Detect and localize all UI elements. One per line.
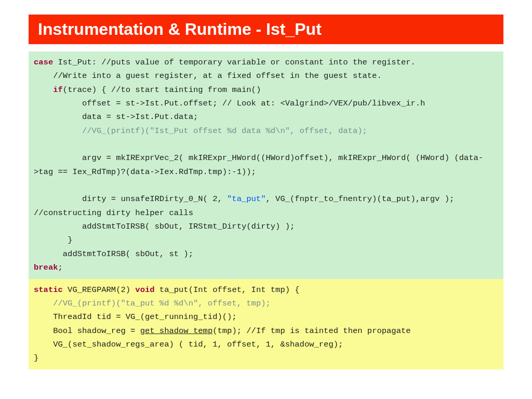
code-text: addStmtToIRSB( sbOut, st ); — [34, 249, 193, 259]
code-text: ThreadId tid = VG_(get_running_tid)(); — [34, 312, 237, 322]
slide: Instrumentation & Runtime - Ist_Put case… — [0, 0, 532, 369]
keyword-case: case — [34, 58, 53, 67]
code-text: VG_REGPARM(2) — [63, 285, 136, 295]
keyword-static: static — [34, 285, 63, 295]
keyword-void: void — [135, 285, 154, 295]
code-block-top: case Ist_Put: //puts value of temporary … — [29, 51, 503, 279]
code-string: "ta_put" — [227, 194, 265, 204]
code-text: //Write into a guest register, at a fixe… — [34, 71, 382, 81]
code-comment: //VG_(printf)("Ist_Put offset %d data %d… — [34, 126, 367, 136]
keyword-break: break — [34, 263, 58, 272]
code-text: } — [34, 353, 38, 363]
keyword-if: if — [34, 85, 63, 95]
slide-title: Instrumentation & Runtime - Ist_Put — [29, 15, 503, 44]
code-text: Ist_Put: //puts value of temporary varia… — [53, 58, 416, 67]
code-text: (trace) { //to start tainting from main(… — [63, 85, 261, 95]
code-text: } — [34, 235, 72, 245]
code-text: (tmp); //If tmp is tainted then propagat… — [212, 326, 410, 336]
code-text: ; — [58, 263, 63, 272]
code-text: dirty = unsafeIRDirty_0_N( 2, — [34, 194, 227, 204]
code-text: addStmtToIRSB( sbOut, IRStmt_Dirty(dirty… — [34, 222, 295, 231]
code-text: argv = mkIRExprVec_2( mkIRExpr_HWord((HW… — [34, 153, 483, 176]
code-text: ta_put(Int offset, Int tmp) { — [155, 285, 300, 295]
code-text: data = st->Ist.Put.data; — [34, 112, 198, 122]
code-text: offset = st->Ist.Put.offset; // Look at:… — [34, 99, 425, 108]
code-block-bottom: static VG_REGPARM(2) void ta_put(Int off… — [29, 279, 503, 369]
code-text: Bool shadow_reg = — [34, 326, 140, 336]
code-comment: //VG_(printf)("ta_put %d %d\n", offset, … — [34, 299, 271, 308]
code-text: VG_(set_shadow_regs_area) ( tid, 1, offs… — [34, 340, 343, 349]
code-underline: get_shadow_temp — [140, 326, 213, 336]
